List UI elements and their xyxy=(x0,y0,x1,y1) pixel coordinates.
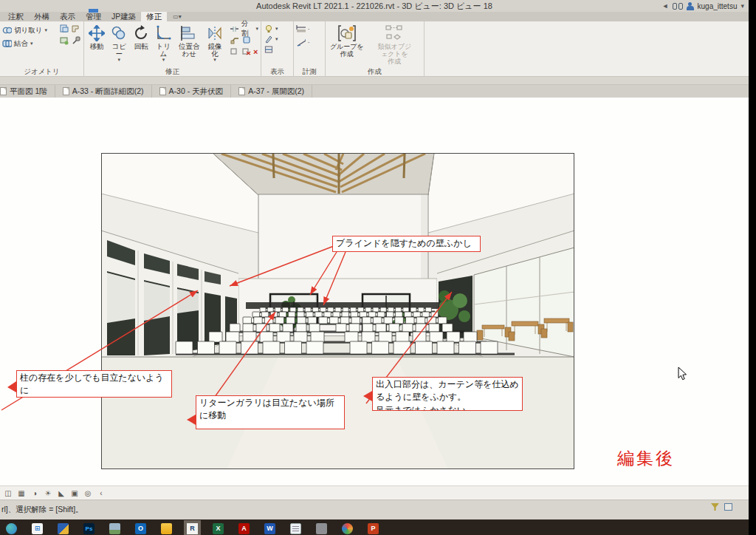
move-label: 移動 xyxy=(90,43,104,50)
revit-window: Autodesk Revit LT 2021.1 - 221026.rvt - … xyxy=(0,0,749,535)
tab-sitework[interactable]: 外構 xyxy=(29,12,55,21)
ribbon-tab-bar: 注釈 外構 表示 管理 JP建築 修正 ▭▾ xyxy=(0,12,749,21)
tab-manage[interactable]: 管理 xyxy=(80,12,106,21)
dimension-icon xyxy=(296,38,306,47)
lightbulb-icon xyxy=(264,24,273,33)
copy-button[interactable]: コピー ▾ xyxy=(109,24,129,62)
qat-accent xyxy=(89,9,98,13)
taskbar-acrobat-icon[interactable]: A xyxy=(238,523,250,534)
split-button[interactable]: 分割 ▾ xyxy=(230,24,258,34)
view-tab-a33[interactable]: A-33 - 断面詳細図(2) xyxy=(55,85,152,98)
shadows-icon[interactable]: ◣ xyxy=(57,489,66,497)
demolish-icon[interactable] xyxy=(71,35,80,45)
mouse-cursor xyxy=(678,367,687,380)
search-binoculars-icon[interactable] xyxy=(673,3,683,10)
geometry-panel-label: ジオメトリ xyxy=(0,67,83,76)
taskbar-app-blue-yellow-icon[interactable] xyxy=(58,523,69,534)
paint-icon[interactable] xyxy=(59,24,69,33)
trim-button[interactable]: トリム ▾ xyxy=(153,24,173,62)
pin-icon[interactable] xyxy=(241,35,251,45)
create-panel-label: 作成 xyxy=(326,67,424,76)
collapse-left-icon[interactable]: ◄ xyxy=(662,2,669,10)
taskbar-notepad-icon[interactable] xyxy=(290,523,301,534)
view-doc-icon xyxy=(63,87,69,95)
modify-panel-label: 修正 xyxy=(84,67,261,76)
wall-opening-icon[interactable] xyxy=(59,35,69,45)
drawing-area[interactable]: ブラインドを隠すための壁ふかし 柱の存在を少しでも目立たないように リターンガラ… xyxy=(0,98,749,485)
reveal-hidden-icon[interactable]: ◎ xyxy=(83,489,92,497)
taskbar-store-icon[interactable]: ⊞ xyxy=(32,523,43,534)
measure-dropdown-icon[interactable]: - xyxy=(308,27,309,31)
view-doc-icon xyxy=(238,87,245,95)
view-tab-plan-1f[interactable]: 平面図 1階 xyxy=(0,85,55,98)
copy-icon xyxy=(111,24,127,43)
signed-in-user[interactable]: kuga_ittetsu xyxy=(698,2,738,10)
delete-pin-icon[interactable] xyxy=(241,47,251,56)
visual-style-icon[interactable]: ◑ xyxy=(30,489,39,497)
dimension-dropdown-icon[interactable]: - xyxy=(308,40,309,44)
cut-dropdown-icon[interactable]: ▾ xyxy=(44,28,47,33)
join-geometry-button[interactable]: 結合 ▾ xyxy=(2,37,33,50)
taskbar-word-icon[interactable]: W xyxy=(264,523,275,534)
dimension-button[interactable]: - xyxy=(296,37,309,47)
view-tab-a30[interactable]: A-30 - 天井伏図 xyxy=(152,85,232,98)
taskbar-photoshop-icon[interactable]: Ps xyxy=(83,523,94,534)
offset-icon[interactable] xyxy=(230,35,239,45)
taskbar-explorer-icon[interactable] xyxy=(161,523,172,534)
join-dropdown-icon[interactable]: ▾ xyxy=(30,41,33,46)
copy-dropdown-icon[interactable]: ▾ xyxy=(117,58,120,62)
mirror-dropdown-icon[interactable]: ▾ xyxy=(213,58,216,62)
taskbar-app-gray-icon[interactable] xyxy=(316,523,327,534)
split-dropdown-icon[interactable]: ▾ xyxy=(256,27,259,31)
unpin-icon[interactable] xyxy=(230,47,239,56)
measure-button[interactable]: - xyxy=(296,24,309,34)
account-dropdown-icon[interactable]: ▾ xyxy=(740,2,744,10)
view-tab-a37[interactable]: A-37 - 展開図(2) xyxy=(231,85,312,98)
rotate-button[interactable]: 回転 xyxy=(131,24,151,50)
override-dropdown-icon[interactable]: ▾ xyxy=(275,37,278,41)
note-blind[interactable]: ブラインドを隠すための壁ふかし xyxy=(332,236,481,252)
panel-geometry: 切り取り ▾ 結合 ▾ ジオメトリ xyxy=(0,21,84,76)
delete-icon[interactable]: × xyxy=(253,48,258,55)
move-button[interactable]: 移動 xyxy=(86,24,107,50)
create-similar-button[interactable]: 類似オブジェクトを 作成 xyxy=(368,24,422,65)
detail-level-icon[interactable]: ▦ xyxy=(17,489,26,497)
note-entrance[interactable]: 出入口部分は、カーテン等を仕込めるように壁をふかす。 足元まではふかさない xyxy=(372,377,523,411)
select-by-id-icon[interactable] xyxy=(724,503,732,511)
note-column[interactable]: 柱の存在を少しでも目立たないように xyxy=(16,370,172,398)
trim-dropdown-icon[interactable]: ▾ xyxy=(162,58,165,62)
taskbar-outlook-icon[interactable]: O xyxy=(135,523,146,534)
note-return-grille[interactable]: リターンガラリは目立たない場所に移動 xyxy=(196,395,345,429)
account-icon[interactable] xyxy=(687,2,694,10)
tab-modify[interactable]: 修正 xyxy=(141,12,167,21)
create-group-button[interactable]: グループを 作成 xyxy=(328,24,366,58)
taskbar-excel-icon[interactable]: X xyxy=(213,523,224,534)
crop-view-icon[interactable]: ▣ xyxy=(70,489,79,497)
mirror-button[interactable]: 鏡像化 ▾ xyxy=(205,24,225,62)
cut-geometry-icon xyxy=(2,26,12,35)
cope-icon[interactable] xyxy=(71,24,80,33)
override-graphics-button[interactable]: ▾ xyxy=(264,34,278,44)
taskbar-office-hub-icon[interactable] xyxy=(342,523,353,534)
cut-geometry-button[interactable]: 切り取り ▾ xyxy=(2,24,47,37)
tab-view[interactable]: 表示 xyxy=(55,12,80,21)
linework-button[interactable] xyxy=(264,44,273,54)
taskbar-powerpoint-icon[interactable]: P xyxy=(368,523,379,534)
selection-filter-icon[interactable] xyxy=(711,503,719,511)
align-button[interactable]: 位置合わせ xyxy=(176,24,203,58)
tab-jp-arch[interactable]: JP建築 xyxy=(106,12,141,21)
collapse-icon[interactable]: ‹ xyxy=(97,489,106,497)
split-icon xyxy=(230,24,239,34)
taskbar-revit-icon[interactable]: R xyxy=(187,523,198,534)
tab-annotate[interactable]: 注釈 xyxy=(3,12,29,21)
hide-elements-button[interactable]: ▾ xyxy=(264,24,278,33)
ribbon-empty-space xyxy=(425,21,749,76)
view-control-bar: ◫ ▦ ◑ ☀ ◣ ▣ ◎ ‹ xyxy=(0,485,749,500)
cut-geometry-label: 切り取り xyxy=(14,26,42,35)
sun-path-icon[interactable]: ☀ xyxy=(44,489,52,497)
hide-dropdown-icon[interactable]: ▾ xyxy=(275,27,278,31)
taskbar-edge-icon[interactable] xyxy=(6,523,17,534)
taskbar-photos-viewer-icon[interactable] xyxy=(109,523,120,534)
scale-icon[interactable]: ◫ xyxy=(4,489,13,497)
ribbon-display-toggle-icon[interactable]: ▭▾ xyxy=(173,12,182,21)
